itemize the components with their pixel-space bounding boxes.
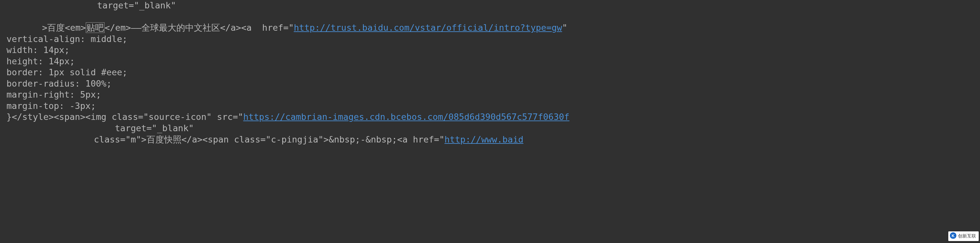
search-highlight: 贴吧 — [86, 22, 105, 33]
code-line-5: height: 14px; — [6, 56, 75, 66]
code-text: }</style><span><img class="source-icon" … — [6, 112, 243, 122]
watermark-logo-icon: K — [950, 232, 957, 241]
code-line-1: target="_blank" — [6, 0, 176, 11]
code-text: </em>——全球最大的中文社区</a><a href=" — [105, 23, 294, 33]
code-content[interactable]: target="_blank" >百度<em>贴吧</em>——全球最大的中文社… — [6, 0, 980, 145]
svg-text:K: K — [951, 233, 955, 238]
hyperlink[interactable]: https://cambrian-images.cdn.bcebos.com/0… — [243, 112, 570, 122]
code-line-6: border: 1px solid #eee; — [6, 67, 127, 77]
code-line-4: width: 14px; — [6, 45, 70, 55]
watermark-text: 创新互联 — [958, 233, 976, 239]
code-line-8: margin-right: 5px; — [6, 90, 101, 99]
code-text: >百度<em> — [42, 23, 86, 33]
code-line-9: margin-top: -3px; — [6, 101, 96, 111]
code-editor-viewport[interactable]: target="_blank" >百度<em>贴吧</em>——全球最大的中文社… — [0, 0, 980, 145]
code-line-11: target="_blank" — [6, 123, 194, 134]
code-text: " — [562, 23, 567, 33]
watermark-badge: K 创新互联 — [948, 231, 979, 241]
hyperlink[interactable]: http://www.baid — [444, 134, 523, 144]
code-line-7: border-radius: 100%; — [6, 79, 112, 88]
code-line-3: vertical-align: middle; — [6, 34, 127, 44]
code-text: class="m">百度快照</a><span class="c-pingjia… — [94, 134, 444, 144]
hyperlink[interactable]: http://trust.baidu.com/vstar/official/in… — [294, 23, 562, 33]
